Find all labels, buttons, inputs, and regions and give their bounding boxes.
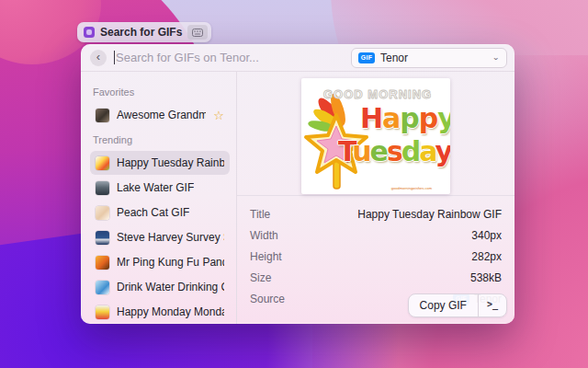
list-item-happy-tuesday[interactable]: Happy Tuesday Rainbow GIF xyxy=(90,151,230,175)
shortcut-app-icon xyxy=(84,27,95,38)
gif-thumbnail xyxy=(96,281,109,294)
gif-badge-icon: GIF xyxy=(358,52,375,63)
list-item-happy-monday[interactable]: Happy Monday Mondays GIF xyxy=(90,300,230,324)
list-item-label: Happy Tuesday Rainbow GIF xyxy=(117,156,224,169)
results-sidebar: Favorites Awesome Grandma GIF ☆ Trending… xyxy=(81,72,237,324)
list-item-awesome-grandma[interactable]: Awesome Grandma GIF ☆ xyxy=(90,103,230,127)
list-item-label: Steve Harvey Survey Says GIF xyxy=(117,231,224,244)
list-item-steve-harvey[interactable]: Steve Harvey Survey Says GIF xyxy=(90,225,230,249)
gif-thumbnail xyxy=(96,206,109,220)
list-item-label: Awesome Grandma GIF xyxy=(117,109,206,121)
meta-row-title: Title Happy Tuesday Rainbow GIF xyxy=(250,203,502,224)
meta-row-height: Height 282px xyxy=(250,246,502,267)
section-title-trending: Trending xyxy=(93,134,227,145)
gif-text-happy: Happy xyxy=(360,102,450,134)
gif-preview-image: GOOD MORNING Happy Tuesday goodmorningwi… xyxy=(301,78,450,194)
gif-text-tuesday: Tuesday xyxy=(338,135,450,167)
meta-value: Happy Tuesday Rainbow GIF xyxy=(357,208,502,221)
meta-row-size: Size 538kB xyxy=(250,267,502,288)
list-item-mr-ping[interactable]: Mr Ping Kung Fu Panda GIF xyxy=(90,250,230,274)
meta-value: 340px xyxy=(471,229,502,242)
action-bar: Copy GIF >_ xyxy=(408,293,507,317)
list-item-drink-water[interactable]: Drink Water Drinking GIF xyxy=(90,275,230,299)
list-item-label: Drink Water Drinking GIF xyxy=(117,281,224,293)
list-item-label: Mr Ping Kung Fu Panda GIF xyxy=(117,256,224,269)
gif-thumbnail xyxy=(96,181,109,195)
meta-value: 538kB xyxy=(470,271,502,284)
gif-thumbnail xyxy=(96,156,109,170)
meta-label: Size xyxy=(250,271,271,284)
meta-label: Title xyxy=(250,208,270,221)
gif-thumbnail xyxy=(96,109,109,122)
gif-text-good-morning: GOOD MORNING xyxy=(323,87,432,101)
meta-label: Width xyxy=(250,229,278,242)
search-input[interactable] xyxy=(116,51,351,64)
metadata-table: Title Happy Tuesday Rainbow GIF Width 34… xyxy=(237,196,514,309)
gif-search-window: ‹ GIF Tenor ⌄ Favorites Awesome Grandma … xyxy=(81,44,514,324)
command-pill-label: Search for GIFs xyxy=(100,26,182,39)
provider-dropdown[interactable]: GIF Tenor ⌄ xyxy=(351,48,507,68)
copy-gif-button[interactable]: Copy GIF xyxy=(409,294,478,316)
gif-watermark: goodmorningwishes.com xyxy=(391,186,432,190)
keyboard-icon[interactable] xyxy=(187,25,208,40)
list-item-peach-cat[interactable]: Peach Cat GIF xyxy=(90,201,230,224)
meta-row-width: Width 340px xyxy=(250,224,502,246)
gif-thumbnail xyxy=(96,256,109,270)
meta-label: Height xyxy=(250,250,282,263)
detail-panel: GOOD MORNING Happy Tuesday goodmorningwi… xyxy=(237,72,514,324)
gif-thumbnail xyxy=(96,231,109,245)
list-item-label: Happy Monday Mondays GIF xyxy=(117,305,224,318)
search-bar: ‹ GIF Tenor ⌄ xyxy=(81,44,514,72)
meta-label: Source xyxy=(250,293,285,305)
favorite-star-icon[interactable]: ☆ xyxy=(213,109,224,122)
list-item-lake-water[interactable]: Lake Water GIF xyxy=(90,176,230,200)
gif-thumbnail xyxy=(96,305,109,319)
meta-value: 282px xyxy=(471,250,502,263)
list-item-label: Lake Water GIF xyxy=(117,181,194,194)
section-title-favorites: Favorites xyxy=(93,86,227,98)
provider-selected-value: Tenor xyxy=(380,52,487,64)
chevron-down-icon: ⌄ xyxy=(492,53,500,62)
command-pill[interactable]: Search for GIFs xyxy=(77,22,211,42)
text-caret xyxy=(114,51,115,64)
list-item-label: Peach Cat GIF xyxy=(117,206,189,219)
terminal-actions-button[interactable]: >_ xyxy=(479,294,506,316)
back-button[interactable]: ‹ xyxy=(90,50,107,66)
